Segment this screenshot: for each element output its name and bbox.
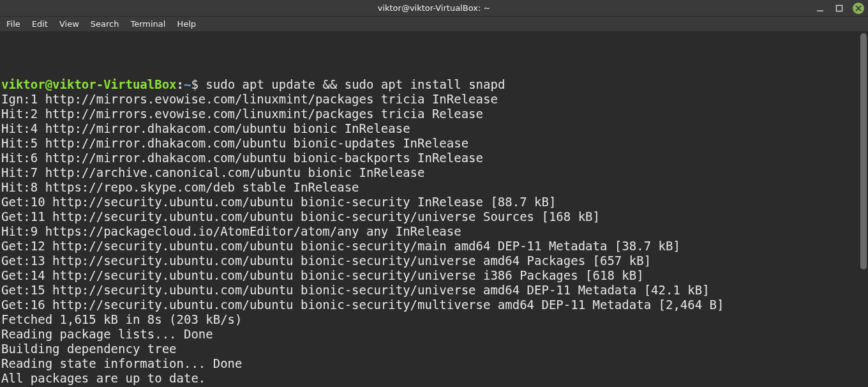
- output-line: Hit:5 http://mirror.dhakacom.com/ubuntu …: [1, 136, 867, 151]
- output-line: Get:15 http://security.ubuntu.com/ubuntu…: [1, 283, 867, 298]
- window-titlebar: viktor@viktor-VirtualBox: ~: [0, 0, 868, 17]
- scrollbar-thumb[interactable]: [860, 33, 867, 269]
- output-line: Ign:1 http://mirrors.evowise.com/linuxmi…: [1, 92, 867, 107]
- output-line: Hit:4 http://mirror.dhakacom.com/ubuntu …: [1, 121, 867, 136]
- output-line: Get:12 http://security.ubuntu.com/ubuntu…: [1, 239, 867, 254]
- menu-view[interactable]: View: [59, 19, 79, 29]
- output-line: Get:13 http://security.ubuntu.com/ubuntu…: [1, 254, 867, 268]
- menu-help[interactable]: Help: [177, 19, 196, 29]
- output-line: Get:16 http://security.ubuntu.com/ubuntu…: [1, 298, 867, 312]
- terminal-area[interactable]: viktor@viktor-VirtualBox:~$ sudo apt upd…: [0, 32, 868, 387]
- output-line: Hit:2 http://mirrors.evowise.com/linuxmi…: [1, 107, 867, 121]
- prompt-user-host: viktor@viktor-VirtualBox: [1, 77, 177, 91]
- output-line: Hit:8 https://repo.skype.com/deb stable …: [1, 180, 867, 195]
- menu-edit[interactable]: Edit: [32, 19, 48, 29]
- minimize-button[interactable]: [814, 3, 826, 14]
- output-line: Hit:9 https://packagecloud.io/AtomEditor…: [1, 224, 867, 239]
- menu-terminal[interactable]: Terminal: [130, 19, 165, 29]
- close-button[interactable]: [853, 3, 864, 14]
- output-line: Hit:6 http://mirror.dhakacom.com/ubuntu …: [1, 151, 867, 165]
- output-line: Get:11 http://security.ubuntu.com/ubuntu…: [1, 209, 867, 224]
- prompt-colon: :: [177, 77, 184, 91]
- command-text: sudo apt update && sudo apt install snap…: [206, 77, 505, 91]
- output-line: Hit:7 http://archive.canonical.com/ubunt…: [1, 165, 867, 180]
- window-title: viktor@viktor-VirtualBox: ~: [378, 3, 491, 13]
- output-line: Get:10 http://security.ubuntu.com/ubuntu…: [1, 195, 867, 209]
- output-line: Reading state information... Done: [1, 356, 867, 371]
- menu-file[interactable]: File: [6, 19, 20, 29]
- svg-rect-1: [837, 5, 842, 11]
- terminal-output: Ign:1 http://mirrors.evowise.com/linuxmi…: [1, 92, 867, 387]
- output-line: Get:14 http://security.ubuntu.com/ubuntu…: [1, 268, 867, 283]
- prompt-symbol: $: [191, 77, 198, 91]
- prompt-path: ~: [184, 77, 191, 91]
- maximize-button[interactable]: [834, 3, 845, 14]
- menu-search[interactable]: Search: [91, 19, 119, 29]
- output-line: Reading package lists... Done: [1, 327, 867, 342]
- output-line: All packages are up to date.: [1, 371, 867, 386]
- prompt-line: viktor@viktor-VirtualBox:~$ sudo apt upd…: [1, 77, 867, 92]
- menu-bar: File Edit View Search Terminal Help: [0, 17, 868, 32]
- output-line: Fetched 1,615 kB in 8s (203 kB/s): [1, 312, 867, 327]
- window-controls: [814, 0, 864, 16]
- output-line: Building dependency tree: [1, 342, 867, 356]
